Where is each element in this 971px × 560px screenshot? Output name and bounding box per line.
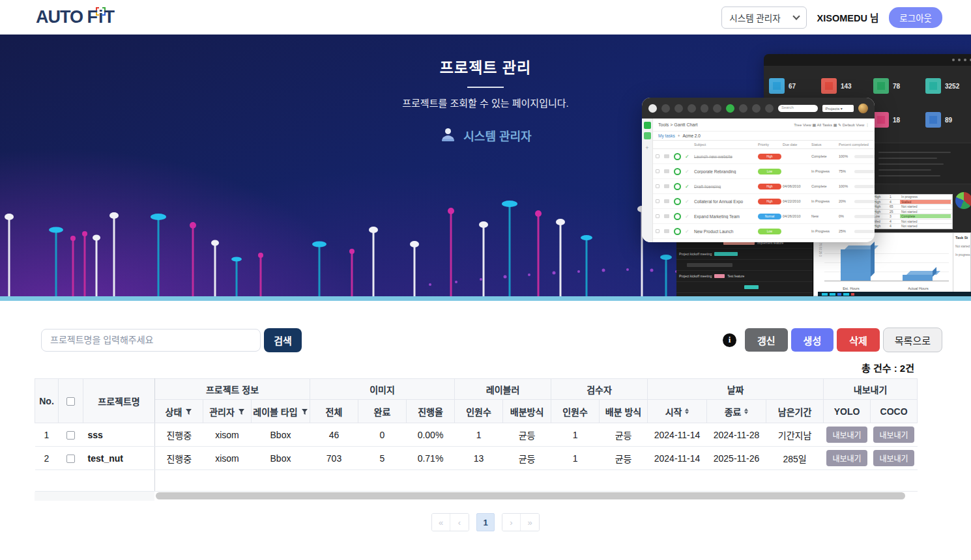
bar-est-hours — [841, 249, 871, 281]
sheet-row: Med4Not started — [873, 219, 952, 225]
logo-annotated-i: i — [97, 7, 104, 27]
total-count: 총 건수 : 2건 — [0, 361, 914, 374]
header-done: 완료 — [358, 400, 407, 423]
header-end-sortable[interactable]: 종료 — [707, 400, 766, 423]
gantt-task-row: ✓Launch new websiteHigh Complete100% 04/… — [653, 149, 875, 164]
gantt-task-row: ✓Collateral for Annual ExpoHigh 04/22/20… — [653, 194, 875, 209]
group-project-info: 프로젝트 정보 — [155, 379, 310, 400]
info-icon[interactable]: i — [723, 333, 736, 347]
toolbar-row: 검색 i 갱신 생성 삭제 목록으로 — [35, 328, 942, 352]
row-checkbox[interactable] — [66, 455, 75, 463]
cell-end: 2024-11-28 — [707, 423, 766, 447]
search-input[interactable] — [41, 329, 261, 352]
header-project-name: 프로젝트명 — [83, 379, 155, 423]
scrollbar-track[interactable] — [154, 492, 914, 501]
delete-button[interactable]: 삭제 — [837, 328, 880, 352]
hero-bottom-strip — [0, 296, 971, 301]
hero-role-label: 시스템 관리자 — [463, 127, 531, 144]
create-button[interactable]: 생성 — [791, 328, 834, 352]
sort-icon[interactable] — [685, 408, 689, 414]
user-name: XISOMEDU 님 — [817, 10, 879, 24]
back-to-list-button[interactable]: 목록으로 — [883, 328, 942, 352]
table-row: 2 test_nut 진행중 xisom Bbox 703 5 0.71% 13… — [35, 447, 918, 470]
cell-coco: 내보내기 — [871, 423, 918, 447]
cell-label-type: Bbox — [252, 423, 310, 447]
bbox-corner-icon — [102, 12, 106, 16]
cell-yolo: 내보내기 — [824, 423, 871, 447]
cell-members2: 1 — [551, 447, 600, 470]
select-all-checkbox[interactable] — [66, 397, 75, 406]
cell-total: 703 — [310, 447, 358, 470]
header-progress: 진행율 — [407, 400, 455, 423]
header-total: 전체 — [310, 400, 358, 423]
cell-dist: 균등 — [503, 423, 551, 447]
horizontal-scrollbar — [35, 492, 914, 501]
cell-end: 2025-11-26 — [707, 447, 766, 470]
export-coco-button[interactable]: 내보내기 — [873, 427, 914, 443]
filter-icon[interactable] — [301, 408, 308, 415]
admin-person-icon — [439, 126, 457, 144]
role-select[interactable]: 시스템 관리자 — [721, 7, 806, 29]
sheet-row: High1In progress — [873, 195, 952, 200]
bar-label: Actual Hours — [889, 287, 948, 290]
group-export: 내보내기 — [824, 379, 918, 400]
task-summary-panel: Task St Not started 56.4% In progress 19… — [953, 233, 970, 296]
cell-yolo: 내보내기 — [824, 447, 871, 470]
header-dist: 배분방식 — [503, 400, 551, 423]
cell-dist2: 균등 — [600, 423, 648, 447]
cell-members2: 1 — [551, 423, 600, 447]
cell-project-name[interactable]: sss — [83, 423, 155, 447]
row-checkbox[interactable] — [66, 431, 75, 440]
header-members: 인원수 — [455, 400, 503, 423]
header-coco: COCO — [871, 400, 918, 423]
gantt-task-row: ✓Expand Marketing TeamNormal 04/26/2010N… — [653, 209, 875, 224]
filter-icon[interactable] — [238, 408, 245, 415]
page-prev-button[interactable]: ‹ — [450, 514, 469, 531]
cell-no: 1 — [35, 423, 59, 447]
chevron-down-icon — [792, 12, 800, 20]
gantt-task-row: ✓Corporate RebrandingLow In Progress75% … — [653, 164, 875, 179]
group-labeler: 레이블러 — [455, 379, 551, 400]
sheet-row: High4Not started — [873, 224, 952, 229]
refresh-button[interactable]: 갱신 — [745, 328, 788, 352]
bbox-corner-icon — [102, 7, 106, 10]
header-remain: 남은기간 — [766, 400, 824, 423]
cell-coco: 내보내기 — [871, 447, 918, 470]
header-status: 상태 — [155, 400, 203, 423]
page-number-button[interactable]: 1 — [476, 513, 495, 531]
bbox-corner-icon — [96, 7, 99, 10]
table-row: 1 sss 진행중 xisom Bbox 46 0 0.00% 1 균등 1 균… — [35, 423, 918, 447]
app-logo[interactable]: AUTO FiT — [36, 7, 114, 27]
page-next-button[interactable]: › — [502, 514, 521, 531]
cell-checkbox — [59, 423, 83, 447]
page-first-button[interactable]: « — [432, 514, 450, 531]
bar-label: Est. Hours — [822, 287, 880, 290]
page-last-button[interactable]: » — [521, 514, 539, 531]
export-yolo-button[interactable]: 내보내기 — [826, 450, 867, 466]
cell-manager: xisom — [203, 447, 252, 470]
pagination: « ‹ 1 › » — [0, 513, 971, 531]
logout-button[interactable]: 로그아웃 — [889, 7, 942, 28]
cell-checkbox — [59, 447, 83, 470]
group-date: 날짜 — [648, 379, 824, 400]
pie-chart-icon — [955, 192, 971, 209]
scrollbar-thumb[interactable] — [156, 492, 905, 499]
cell-status: 진행중 — [155, 447, 203, 470]
bar-actual-hours — [903, 275, 933, 281]
export-coco-button[interactable]: 내보내기 — [873, 450, 914, 466]
cell-done: 0 — [358, 423, 407, 447]
header-dist2: 배분 방식 — [600, 400, 648, 423]
sheet-row: Low3Complete — [873, 214, 952, 219]
filter-icon[interactable] — [185, 408, 192, 415]
sort-icon[interactable] — [744, 408, 748, 414]
cell-project-name[interactable]: test_nut — [83, 447, 155, 470]
page-title: 프로젝트 관리 — [0, 55, 971, 77]
top-right-controls: 시스템 관리자 XISOMEDU 님 로그아웃 — [721, 7, 942, 29]
header-start-sortable[interactable]: 시작 — [648, 400, 707, 423]
export-yolo-button[interactable]: 내보내기 — [826, 427, 867, 443]
sheet-row: High4Stalled — [873, 200, 952, 205]
search-button[interactable]: 검색 — [264, 328, 302, 352]
title-divider — [467, 87, 504, 88]
header-members2: 인원수 — [551, 400, 600, 423]
empty-row — [35, 470, 918, 492]
